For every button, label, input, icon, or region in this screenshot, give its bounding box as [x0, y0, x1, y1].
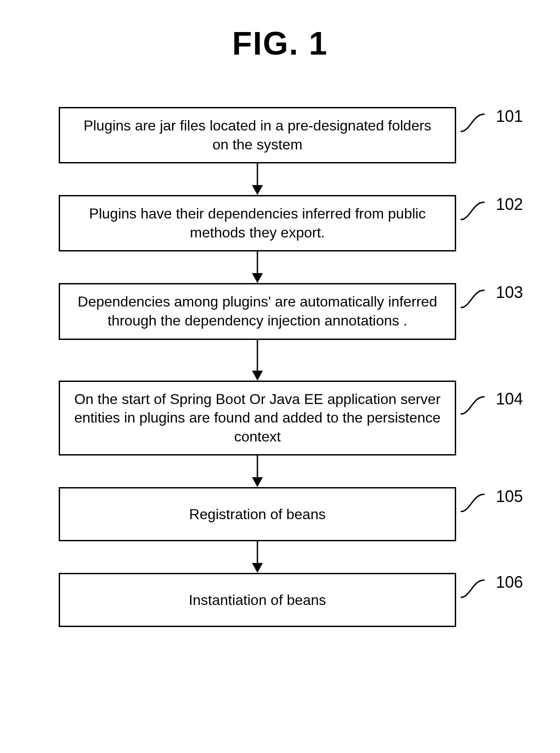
step-number-103: 103 [496, 283, 523, 302]
step-text-106: Instantiation of beans [189, 591, 326, 610]
step-row-103: Dependencies among plugins' are automati… [32, 283, 528, 339]
connector-curve-icon [460, 490, 496, 515]
step-text-103: Dependencies among plugins' are automati… [74, 293, 441, 330]
step-label-wrap-105: 105 [460, 487, 523, 515]
arrow-down-4 [59, 456, 456, 487]
step-box-103: Dependencies among plugins' are automati… [59, 283, 456, 339]
step-box-101: Plugins are jar files located in a pre-d… [59, 107, 456, 163]
step-row-105: Registration of beans 105 [32, 487, 528, 541]
svg-marker-3 [252, 273, 263, 283]
svg-marker-5 [252, 371, 263, 381]
step-number-101: 101 [496, 107, 523, 126]
arrow-down-1 [59, 163, 456, 195]
arrow-down-icon [248, 340, 266, 381]
step-row-102: Plugins have their dependencies inferred… [32, 195, 528, 251]
connector-curve-icon [460, 286, 496, 311]
step-box-104: On the start of Spring Boot Or Java EE a… [59, 381, 456, 456]
arrow-down-icon [248, 456, 266, 487]
step-box-106: Instantiation of beans [59, 573, 456, 627]
step-text-101: Plugins are jar files located in a pre-d… [74, 116, 441, 154]
step-number-102: 102 [496, 195, 523, 214]
arrow-down-3 [59, 340, 456, 381]
connector-curve-icon [460, 198, 496, 223]
arrow-down-5 [59, 541, 456, 573]
step-label-wrap-103: 103 [460, 283, 523, 311]
step-text-104: On the start of Spring Boot Or Java EE a… [74, 390, 441, 446]
svg-marker-9 [252, 563, 263, 573]
step-row-104: On the start of Spring Boot Or Java EE a… [32, 381, 528, 456]
connector-curve-icon [460, 110, 496, 135]
arrow-down-2 [59, 251, 456, 283]
svg-marker-7 [252, 477, 263, 487]
step-number-104: 104 [496, 390, 523, 409]
step-box-102: Plugins have their dependencies inferred… [59, 195, 456, 251]
step-number-106: 106 [496, 573, 523, 592]
step-label-wrap-102: 102 [460, 195, 523, 223]
connector-curve-icon [460, 392, 496, 417]
step-label-wrap-101: 101 [460, 107, 523, 135]
step-row-106: Instantiation of beans 106 [32, 573, 528, 627]
flowchart-container: Plugins are jar files located in a pre-d… [32, 80, 528, 627]
arrow-down-icon [248, 251, 266, 283]
step-text-105: Registration of beans [189, 505, 326, 524]
step-label-wrap-106: 106 [460, 573, 523, 600]
connector-curve-icon [460, 576, 496, 600]
step-number-105: 105 [496, 487, 523, 506]
svg-marker-1 [252, 185, 263, 195]
arrow-down-icon [248, 541, 266, 573]
step-row-101: Plugins are jar files located in a pre-d… [32, 107, 528, 163]
arrow-down-icon [248, 163, 266, 195]
step-box-105: Registration of beans [59, 487, 456, 541]
figure-title: FIG. 1 [0, 0, 560, 80]
step-label-wrap-104: 104 [460, 381, 523, 417]
step-text-102: Plugins have their dependencies inferred… [74, 205, 441, 242]
